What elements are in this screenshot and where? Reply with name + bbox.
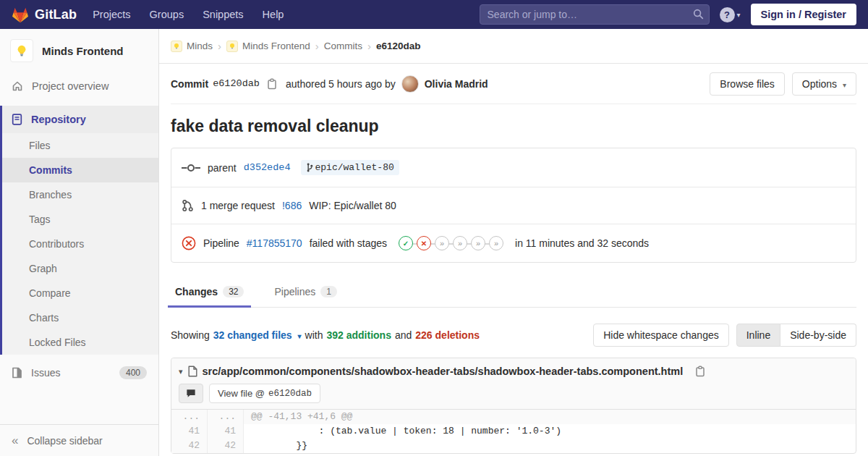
new-line-number[interactable]: ... bbox=[208, 410, 244, 424]
branch-icon bbox=[306, 163, 313, 172]
sidebar-item-project-overview[interactable]: Project overview bbox=[0, 72, 158, 100]
hunk-header-text: @@ -41,13 +41,6 @@ bbox=[244, 410, 856, 424]
sidebar-item-issues[interactable]: Issues 400 bbox=[0, 358, 158, 388]
sidebar-item-tags[interactable]: Tags bbox=[2, 207, 158, 232]
question-mark-icon: ? bbox=[720, 7, 735, 22]
deletions-count: 226 deletions bbox=[415, 329, 480, 341]
branch-ref-badge[interactable]: epic/wallet-80 bbox=[301, 160, 399, 175]
breadcrumb-current-sha: e6120dab bbox=[376, 41, 421, 51]
copy-file-path-button[interactable] bbox=[694, 364, 707, 379]
sidebar-item-label: Issues bbox=[31, 367, 60, 379]
help-menu[interactable]: ? ▾ bbox=[720, 7, 741, 22]
additions-count: 392 additions bbox=[326, 329, 391, 341]
mr-title: WIP: Epic/wallet 80 bbox=[309, 200, 396, 211]
issues-icon bbox=[12, 367, 22, 379]
author-name[interactable]: Olivia Madrid bbox=[425, 78, 488, 90]
nav-item-snippets[interactable]: Snippets bbox=[203, 9, 243, 20]
mr-count-text: 1 merge request bbox=[201, 200, 275, 211]
parent-commit-row: parent d352ede4 epic/wallet-80 bbox=[171, 148, 856, 187]
document-icon bbox=[12, 114, 22, 125]
inline-view-button[interactable]: Inline bbox=[736, 324, 780, 347]
sidebar-item-branches[interactable]: Branches bbox=[2, 182, 158, 207]
sidebar-item-locked-files[interactable]: Locked Files bbox=[2, 330, 158, 355]
new-line-number[interactable]: 41 bbox=[208, 424, 244, 439]
breadcrumb-commits[interactable]: Commits bbox=[324, 41, 362, 51]
nav-item-groups[interactable]: Groups bbox=[150, 9, 184, 20]
commit-title: fake data removal cleanup bbox=[171, 117, 856, 136]
brand-name: GitLab bbox=[35, 7, 77, 22]
breadcrumb-group[interactable]: Minds bbox=[171, 41, 213, 52]
nav-item-help[interactable]: Help bbox=[263, 9, 284, 20]
new-line-number[interactable]: 42 bbox=[208, 439, 244, 453]
breadcrumb-project[interactable]: Minds Frontend bbox=[226, 41, 310, 52]
project-name: Minds Frontend bbox=[42, 45, 124, 57]
breadcrumb-label: Commits bbox=[324, 41, 362, 51]
project-sidebar: Minds Frontend Project overview Reposito… bbox=[0, 29, 159, 456]
authored-text: authored 5 hours ago by bbox=[286, 78, 396, 90]
options-label: Options bbox=[802, 78, 837, 90]
project-context-header[interactable]: Minds Frontend bbox=[0, 29, 158, 72]
sidebar-item-files[interactable]: Files bbox=[2, 133, 158, 158]
merge-request-icon bbox=[182, 199, 194, 212]
sidebar-item-contributors[interactable]: Contributors bbox=[2, 232, 158, 256]
with-label: with bbox=[305, 329, 323, 341]
hide-whitespace-button[interactable]: Hide whitespace changes bbox=[593, 324, 729, 347]
stage-passed-icon[interactable]: ✓ bbox=[399, 236, 413, 250]
stage-skipped-icon[interactable]: » bbox=[435, 236, 449, 250]
breadcrumb-separator: › bbox=[218, 40, 221, 52]
collapse-file-caret-icon[interactable]: ▾ bbox=[179, 367, 183, 376]
sidebar-item-graph[interactable]: Graph bbox=[2, 256, 158, 281]
view-file-button[interactable]: View file @ e6120dab bbox=[209, 384, 320, 403]
options-dropdown-button[interactable]: Options ▾ bbox=[792, 72, 856, 96]
tab-pipelines[interactable]: Pipelines 1 bbox=[271, 279, 340, 307]
old-line-number[interactable]: 42 bbox=[171, 439, 208, 453]
copy-sha-button[interactable] bbox=[265, 77, 278, 91]
mr-link[interactable]: !686 bbox=[282, 200, 302, 211]
sidebar-item-label: Repository bbox=[31, 114, 86, 125]
changes-count-badge: 32 bbox=[223, 286, 244, 297]
sidebar-item-label: Project overview bbox=[32, 80, 109, 92]
issues-count-badge: 400 bbox=[119, 366, 147, 379]
file-icon bbox=[188, 366, 197, 377]
diff-table: ... ... @@ -41,13 +41,6 @@ 41 41 : (tab.… bbox=[171, 410, 856, 453]
nav-menu: Projects Groups Snippets Help bbox=[93, 9, 284, 20]
gitlab-logo[interactable]: GitLab bbox=[12, 7, 77, 23]
stage-skipped-icon[interactable]: » bbox=[471, 236, 485, 250]
sign-in-button[interactable]: Sign in / Register bbox=[751, 4, 856, 25]
collapse-chevrons-icon: « bbox=[12, 434, 18, 447]
chevron-down-icon: ▾ bbox=[298, 332, 302, 340]
sidebar-item-compare[interactable]: Compare bbox=[2, 281, 158, 305]
commit-tabs: Changes 32 Pipelines 1 bbox=[171, 279, 856, 308]
toggle-comments-button[interactable] bbox=[179, 384, 203, 403]
search-input[interactable] bbox=[480, 4, 710, 25]
collapse-sidebar-button[interactable]: « Collapse sidebar bbox=[0, 424, 158, 456]
home-icon bbox=[12, 80, 23, 92]
breadcrumb: Minds › Minds Frontend › Commits › e6120… bbox=[159, 29, 868, 64]
tab-changes[interactable]: Changes 32 bbox=[172, 279, 247, 307]
side-by-side-view-button[interactable]: Side-by-side bbox=[780, 324, 856, 347]
pipeline-failed-status-icon[interactable] bbox=[182, 236, 196, 250]
old-line-number[interactable]: ... bbox=[171, 410, 208, 424]
sidebar-item-charts[interactable]: Charts bbox=[2, 305, 158, 330]
author-avatar[interactable] bbox=[401, 75, 419, 93]
search-icon[interactable] bbox=[693, 9, 704, 20]
sidebar-item-repository[interactable]: Repository bbox=[2, 106, 158, 133]
stage-skipped-icon[interactable]: » bbox=[453, 236, 467, 250]
commit-info-box: parent d352ede4 epic/wallet-80 bbox=[171, 148, 856, 263]
group-avatar bbox=[171, 41, 182, 52]
merge-request-row: 1 merge request !686 WIP: Epic/wallet 80 bbox=[171, 187, 856, 224]
file-path[interactable]: src/app/common/components/shadowbox-head… bbox=[203, 366, 684, 377]
stage-failed-icon[interactable]: ✕ bbox=[417, 236, 431, 250]
pipeline-mini-graph: ✓ ✕ » » » » bbox=[399, 236, 503, 250]
changed-files-dropdown[interactable]: 32 changed files ▾ bbox=[213, 329, 302, 341]
stage-skipped-icon[interactable]: » bbox=[489, 236, 503, 250]
sidebar-item-commits[interactable]: Commits bbox=[2, 158, 158, 182]
branch-name: epic/wallet-80 bbox=[315, 162, 394, 173]
commit-label: Commit bbox=[171, 78, 208, 90]
browse-files-button[interactable]: Browse files bbox=[710, 72, 784, 96]
pipeline-link[interactable]: #117855170 bbox=[247, 237, 302, 249]
old-line-number[interactable]: 41 bbox=[171, 424, 208, 439]
pipeline-status-text: failed with stages bbox=[310, 237, 387, 249]
parent-sha-link[interactable]: d352ede4 bbox=[244, 162, 291, 173]
nav-item-projects[interactable]: Projects bbox=[93, 9, 130, 20]
